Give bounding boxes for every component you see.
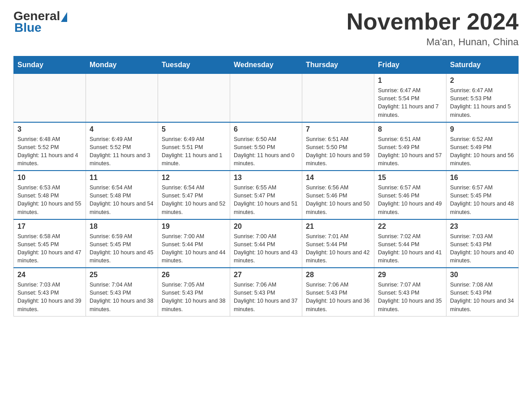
calendar-header-row: SundayMondayTuesdayWednesdayThursdayFrid… [14, 56, 519, 74]
calendar-cell: 16Sunrise: 6:57 AM Sunset: 5:45 PM Dayli… [446, 171, 519, 219]
calendar-cell: 20Sunrise: 7:00 AM Sunset: 5:44 PM Dayli… [230, 219, 302, 268]
day-number: 19 [162, 223, 226, 231]
day-number: 14 [306, 174, 370, 182]
weekday-header-sunday: Sunday [14, 56, 86, 74]
day-number: 12 [162, 174, 226, 182]
calendar-cell [14, 74, 86, 122]
day-info: Sunrise: 6:55 AM Sunset: 5:47 PM Dayligh… [234, 184, 298, 216]
day-number: 1 [378, 77, 442, 85]
day-info: Sunrise: 6:59 AM Sunset: 5:45 PM Dayligh… [90, 232, 154, 265]
day-number: 16 [450, 174, 515, 182]
day-number: 10 [17, 174, 82, 182]
calendar-cell: 3Sunrise: 6:48 AM Sunset: 5:52 PM Daylig… [14, 122, 86, 171]
calendar-cell: 26Sunrise: 7:05 AM Sunset: 5:43 PM Dayli… [158, 268, 230, 316]
day-info: Sunrise: 6:49 AM Sunset: 5:51 PM Dayligh… [162, 135, 226, 168]
calendar-cell: 24Sunrise: 7:03 AM Sunset: 5:43 PM Dayli… [14, 268, 86, 316]
day-number: 20 [234, 223, 298, 231]
calendar-cell: 22Sunrise: 7:02 AM Sunset: 5:44 PM Dayli… [374, 219, 446, 268]
day-info: Sunrise: 6:51 AM Sunset: 5:50 PM Dayligh… [306, 135, 370, 168]
calendar-week-row: 24Sunrise: 7:03 AM Sunset: 5:43 PM Dayli… [14, 268, 519, 316]
day-number: 26 [162, 271, 226, 279]
calendar-cell: 21Sunrise: 7:01 AM Sunset: 5:44 PM Dayli… [302, 219, 374, 268]
calendar-cell: 15Sunrise: 6:57 AM Sunset: 5:46 PM Dayli… [374, 171, 446, 219]
calendar-cell [158, 74, 230, 122]
day-number: 4 [90, 125, 154, 133]
calendar-cell: 23Sunrise: 7:03 AM Sunset: 5:43 PM Dayli… [446, 219, 519, 268]
header: General Blue November 2024 Ma'an, Hunan,… [13, 9, 519, 48]
calendar-cell: 18Sunrise: 6:59 AM Sunset: 5:45 PM Dayli… [86, 219, 158, 268]
day-info: Sunrise: 7:00 AM Sunset: 5:44 PM Dayligh… [162, 232, 226, 265]
day-number: 23 [450, 223, 515, 231]
day-number: 2 [450, 77, 515, 85]
day-info: Sunrise: 6:56 AM Sunset: 5:46 PM Dayligh… [306, 184, 370, 216]
day-info: Sunrise: 6:57 AM Sunset: 5:45 PM Dayligh… [450, 184, 515, 216]
day-info: Sunrise: 6:50 AM Sunset: 5:50 PM Dayligh… [234, 135, 298, 168]
day-number: 8 [378, 125, 442, 133]
logo-blue-text: Blue [14, 21, 42, 35]
day-info: Sunrise: 7:03 AM Sunset: 5:43 PM Dayligh… [450, 232, 515, 265]
day-info: Sunrise: 7:06 AM Sunset: 5:43 PM Dayligh… [234, 281, 298, 313]
day-number: 27 [234, 271, 298, 279]
calendar-cell: 27Sunrise: 7:06 AM Sunset: 5:43 PM Dayli… [230, 268, 302, 316]
calendar-cell: 25Sunrise: 7:04 AM Sunset: 5:43 PM Dayli… [86, 268, 158, 316]
day-info: Sunrise: 6:48 AM Sunset: 5:52 PM Dayligh… [17, 135, 82, 168]
weekday-header-monday: Monday [86, 56, 158, 74]
calendar-cell: 11Sunrise: 6:54 AM Sunset: 5:48 PM Dayli… [86, 171, 158, 219]
weekday-header-wednesday: Wednesday [230, 56, 302, 74]
day-info: Sunrise: 6:57 AM Sunset: 5:46 PM Dayligh… [378, 184, 442, 216]
day-info: Sunrise: 7:02 AM Sunset: 5:44 PM Dayligh… [378, 232, 442, 265]
calendar-cell: 7Sunrise: 6:51 AM Sunset: 5:50 PM Daylig… [302, 122, 374, 171]
day-info: Sunrise: 7:05 AM Sunset: 5:43 PM Dayligh… [162, 281, 226, 313]
day-info: Sunrise: 7:04 AM Sunset: 5:43 PM Dayligh… [90, 281, 154, 313]
calendar-cell: 9Sunrise: 6:52 AM Sunset: 5:49 PM Daylig… [446, 122, 519, 171]
day-info: Sunrise: 6:51 AM Sunset: 5:49 PM Dayligh… [378, 135, 442, 168]
calendar-cell: 28Sunrise: 7:06 AM Sunset: 5:43 PM Dayli… [302, 268, 374, 316]
calendar-cell: 8Sunrise: 6:51 AM Sunset: 5:49 PM Daylig… [374, 122, 446, 171]
calendar-cell [302, 74, 374, 122]
calendar-week-row: 1Sunrise: 6:47 AM Sunset: 5:54 PM Daylig… [14, 74, 519, 122]
month-title: November 2024 [347, 9, 519, 34]
day-number: 21 [306, 223, 370, 231]
calendar-cell: 1Sunrise: 6:47 AM Sunset: 5:54 PM Daylig… [374, 74, 446, 122]
day-number: 11 [90, 174, 154, 182]
day-info: Sunrise: 7:00 AM Sunset: 5:44 PM Dayligh… [234, 232, 298, 265]
day-number: 17 [17, 223, 82, 231]
calendar-cell: 29Sunrise: 7:07 AM Sunset: 5:43 PM Dayli… [374, 268, 446, 316]
day-number: 13 [234, 174, 298, 182]
calendar-week-row: 10Sunrise: 6:53 AM Sunset: 5:48 PM Dayli… [14, 171, 519, 219]
calendar-cell: 13Sunrise: 6:55 AM Sunset: 5:47 PM Dayli… [230, 171, 302, 219]
calendar-week-row: 3Sunrise: 6:48 AM Sunset: 5:52 PM Daylig… [14, 122, 519, 171]
weekday-header-saturday: Saturday [446, 56, 519, 74]
calendar-cell: 2Sunrise: 6:47 AM Sunset: 5:53 PM Daylig… [446, 74, 519, 122]
calendar-cell: 10Sunrise: 6:53 AM Sunset: 5:48 PM Dayli… [14, 171, 86, 219]
day-info: Sunrise: 6:54 AM Sunset: 5:48 PM Dayligh… [90, 184, 154, 216]
day-number: 24 [17, 271, 82, 279]
calendar-table: SundayMondayTuesdayWednesdayThursdayFrid… [13, 56, 519, 317]
day-info: Sunrise: 7:06 AM Sunset: 5:43 PM Dayligh… [306, 281, 370, 313]
calendar-cell: 5Sunrise: 6:49 AM Sunset: 5:51 PM Daylig… [158, 122, 230, 171]
weekday-header-tuesday: Tuesday [158, 56, 230, 74]
day-number: 15 [378, 174, 442, 182]
day-number: 28 [306, 271, 370, 279]
day-number: 5 [162, 125, 226, 133]
day-number: 3 [17, 125, 82, 133]
day-number: 30 [450, 271, 515, 279]
calendar-cell: 12Sunrise: 6:54 AM Sunset: 5:47 PM Dayli… [158, 171, 230, 219]
calendar-cell: 17Sunrise: 6:58 AM Sunset: 5:45 PM Dayli… [14, 219, 86, 268]
day-number: 25 [90, 271, 154, 279]
day-info: Sunrise: 6:49 AM Sunset: 5:52 PM Dayligh… [90, 135, 154, 168]
calendar-cell [86, 74, 158, 122]
day-number: 7 [306, 125, 370, 133]
location-title: Ma'an, Hunan, China [347, 36, 519, 48]
calendar-cell: 30Sunrise: 7:08 AM Sunset: 5:43 PM Dayli… [446, 268, 519, 316]
day-info: Sunrise: 6:53 AM Sunset: 5:48 PM Dayligh… [17, 184, 82, 216]
weekday-header-friday: Friday [374, 56, 446, 74]
day-info: Sunrise: 7:08 AM Sunset: 5:43 PM Dayligh… [450, 281, 515, 313]
calendar-cell: 6Sunrise: 6:50 AM Sunset: 5:50 PM Daylig… [230, 122, 302, 171]
title-area: November 2024 Ma'an, Hunan, China [347, 9, 519, 48]
day-info: Sunrise: 6:52 AM Sunset: 5:49 PM Dayligh… [450, 135, 515, 168]
calendar-cell: 4Sunrise: 6:49 AM Sunset: 5:52 PM Daylig… [86, 122, 158, 171]
day-info: Sunrise: 7:01 AM Sunset: 5:44 PM Dayligh… [306, 232, 370, 265]
calendar-cell: 19Sunrise: 7:00 AM Sunset: 5:44 PM Dayli… [158, 219, 230, 268]
day-info: Sunrise: 6:47 AM Sunset: 5:53 PM Dayligh… [450, 86, 515, 119]
